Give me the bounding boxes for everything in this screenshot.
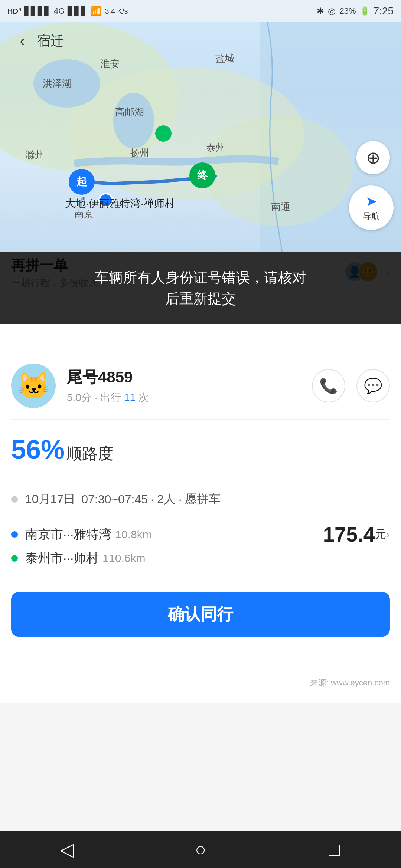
bluetooth-icon: ✱: [317, 6, 324, 16]
svg-point-5: [113, 93, 154, 148]
call-button[interactable]: 📞: [312, 369, 345, 402]
toast-message: 车辆所有人身份证号错误，请核对后重新提交: [22, 267, 379, 309]
carrier-text: HD⁴: [7, 7, 21, 16]
confirm-button-label: 确认同行: [168, 604, 233, 625]
driver-info: 🐱 尾号4859 5.0分 · 出行 11 次 📞 💬: [11, 352, 390, 415]
map-label-gaoyouhu: 高邮湖: [115, 106, 144, 119]
start-place: 南京市···雅特湾: [25, 526, 111, 543]
start-marker-icon: 起: [69, 169, 95, 195]
location-crosshair-icon: ⊕: [366, 148, 381, 168]
end-place: 泰州市···师村: [25, 550, 99, 567]
signal-bars: ▋▋▋▋: [24, 6, 51, 16]
map-area: ‹ 宿迁 淮安 盐城 洪泽湖 高邮湖 滁州 扬州 泰州 南京 南通 大地·伊丽雅…: [0, 22, 401, 252]
start-marker: 起: [69, 169, 95, 195]
map-label-nantong: 南通: [271, 200, 290, 213]
navigate-arrow-icon: ➤: [366, 194, 377, 209]
chat-icon: 💬: [364, 377, 382, 395]
nav-recent-icon: □: [329, 839, 340, 860]
price-value: 175.4: [323, 522, 375, 546]
driver-trips-label: 出行: [100, 392, 121, 403]
driver-trip-count: 11: [124, 392, 136, 403]
schedule-dot: [11, 496, 18, 503]
trip-sep-3: ·: [179, 493, 182, 506]
status-right: ✱ ◎ 23% 🔋 7:25: [317, 5, 394, 17]
price-area[interactable]: 175.4 元 ›: [323, 522, 390, 546]
navigate-button[interactable]: ➤ 导航: [349, 185, 394, 230]
trip-passengers: 2人: [157, 491, 176, 507]
signal-bars2: ▋▋▋: [68, 6, 88, 16]
driver-plate: 尾号4859: [67, 367, 312, 388]
nav-back-icon: ◁: [60, 839, 74, 860]
price-unit: 元: [375, 527, 386, 542]
divider-1: [11, 419, 390, 420]
trip-time-range: 07:30~07:45: [81, 493, 148, 506]
watermark: 来源: www.eycen.com: [11, 677, 390, 692]
nav-home-button[interactable]: ○: [186, 835, 215, 864]
map-label-taizhou: 泰州: [206, 141, 225, 154]
driver-stats: 5.0分 · 出行 11 次: [67, 391, 312, 405]
toast-box: 车辆所有人身份证号错误，请核对后重新提交: [0, 252, 401, 324]
message-button[interactable]: 💬: [356, 369, 390, 402]
confirm-button[interactable]: 确认同行: [11, 592, 390, 637]
location-button[interactable]: ⊕: [356, 141, 390, 174]
map-header: ‹ 宿迁: [11, 30, 64, 52]
time-text: 7:25: [374, 5, 394, 17]
driver-trip-unit: 次: [138, 392, 149, 403]
driver-avatar-icon: 🐱: [17, 371, 50, 401]
route-item-end: 泰州市···师村 110.6km: [11, 550, 390, 567]
trip-sep-2: ·: [151, 493, 154, 506]
battery-text: 23%: [339, 6, 356, 16]
driver-avatar: 🐱: [11, 364, 56, 408]
end-marker-icon: 终: [189, 162, 215, 188]
content-area: 🐱 尾号4859 5.0分 · 出行 11 次 📞 💬 56% 顺路度: [0, 293, 401, 703]
city-name: 宿迁: [37, 32, 64, 50]
end-distance: 110.6km: [102, 552, 145, 565]
price-chevron-icon: ›: [386, 528, 390, 541]
nav-recent-button[interactable]: □: [319, 835, 349, 864]
trip-date: 10月17日: [25, 491, 75, 507]
end-dot: [11, 555, 18, 562]
degree-value: 56%: [11, 435, 65, 464]
status-left: HD⁴ ▋▋▋▋ 4G ▋▋▋ 📶 3.4 K/s: [7, 6, 128, 16]
location-icon: ◎: [328, 6, 336, 16]
route-place-label: 大地·伊丽雅特湾·禅师村: [65, 197, 175, 211]
driver-details: 尾号4859 5.0分 · 出行 11 次: [67, 367, 312, 405]
svg-point-7: [155, 125, 172, 142]
battery-icon: 🔋: [360, 6, 370, 16]
trip-details: 10月17日 07:30~07:45 · 2人 · 愿拼车: [11, 484, 390, 522]
degree-label: 顺路度: [66, 445, 113, 462]
back-button[interactable]: ‹: [11, 30, 33, 52]
map-label-huaian: 淮安: [100, 57, 120, 70]
toast-overlay: 车辆所有人身份证号错误，请核对后重新提交: [0, 252, 401, 324]
back-arrow-icon: ‹: [20, 33, 25, 49]
bottom-nav: ◁ ○ □: [0, 831, 401, 868]
map-label-yancheng: 盐城: [215, 52, 235, 65]
divider-2: [11, 480, 390, 480]
phone-icon: 📞: [319, 377, 338, 395]
bottom-spacer: [11, 648, 390, 677]
nav-back-button[interactable]: ◁: [52, 835, 82, 864]
trip-schedule-item: 10月17日 07:30~07:45 · 2人 · 愿拼车: [11, 491, 390, 507]
trip-carpool-type: 愿拼车: [185, 491, 221, 507]
route-degree: 56% 顺路度: [11, 423, 390, 476]
nav-home-icon: ○: [195, 839, 206, 860]
wifi-icon: 📶: [91, 6, 102, 16]
speed-text: 3.4 K/s: [105, 7, 128, 16]
map-svg: [0, 22, 401, 252]
start-dot: [11, 531, 18, 538]
start-distance: 10.8km: [115, 528, 151, 541]
map-label-yangzhou: 扬州: [130, 147, 149, 160]
driver-actions: 📞 💬: [312, 369, 390, 402]
status-bar: HD⁴ ▋▋▋▋ 4G ▋▋▋ 📶 3.4 K/s ✱ ◎ 23% 🔋 7:25: [0, 0, 401, 22]
end-marker: 终: [189, 162, 215, 188]
navigate-label: 导航: [363, 211, 379, 222]
driver-rating: 5.0分: [67, 392, 92, 403]
signal-4g: 4G: [54, 6, 65, 16]
map-label-chuzhou: 滁州: [25, 148, 45, 161]
route-items-container: 南京市···雅特湾 10.8km 175.4 元 › 泰州市···师村 110.…: [11, 522, 390, 577]
map-label-hongzehu: 洪泽湖: [43, 77, 72, 90]
